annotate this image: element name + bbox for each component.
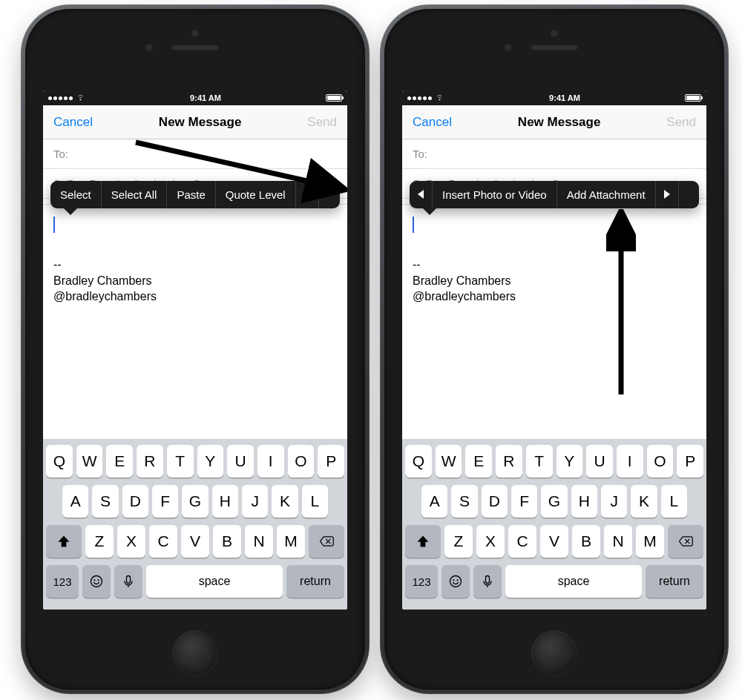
letter-key[interactable]: M — [277, 525, 305, 558]
svg-point-3 — [97, 579, 99, 581]
letter-key[interactable]: L — [302, 485, 328, 518]
letter-key[interactable]: R — [137, 445, 163, 478]
letter-key[interactable]: F — [511, 485, 537, 518]
letter-key[interactable]: M — [636, 525, 664, 558]
send-button[interactable]: Send — [307, 115, 337, 130]
emoji-key[interactable] — [441, 565, 470, 598]
status-bar: 9:41 AM — [402, 90, 706, 105]
letter-key[interactable]: D — [122, 485, 148, 518]
menu-insert-photo-video[interactable]: Insert Photo or Video — [433, 181, 557, 208]
letter-key[interactable]: O — [647, 445, 674, 478]
menu-select-all[interactable]: Select All — [102, 181, 168, 208]
letter-key[interactable]: I — [617, 445, 643, 478]
menu-select[interactable]: Select — [50, 181, 102, 208]
letter-key[interactable]: Q — [46, 445, 73, 478]
menu-paste[interactable]: Paste — [167, 181, 215, 208]
letter-key[interactable]: H — [212, 485, 238, 518]
letter-key[interactable]: T — [526, 445, 553, 478]
wifi-icon — [435, 93, 444, 102]
letter-key[interactable]: W — [76, 445, 103, 478]
callout-tail — [64, 208, 77, 215]
letter-key[interactable]: Y — [556, 445, 583, 478]
letter-key[interactable]: S — [451, 485, 477, 518]
letter-key[interactable]: Y — [197, 445, 224, 478]
return-key[interactable]: return — [646, 565, 703, 598]
letter-key[interactable]: F — [152, 485, 178, 518]
home-button[interactable] — [531, 630, 577, 676]
letter-key[interactable]: Z — [85, 525, 114, 558]
menu-add-attachment[interactable]: Add Attachment — [557, 181, 656, 208]
chevron-left-icon — [417, 188, 424, 201]
letter-key[interactable]: X — [476, 525, 505, 558]
nav-header: Cancel New Message Send — [402, 105, 706, 139]
letter-key[interactable]: C — [149, 525, 177, 558]
dictation-key[interactable] — [114, 565, 142, 598]
signature-line1: Bradley Chambers — [413, 273, 696, 289]
letter-key[interactable]: V — [540, 525, 568, 558]
numbers-key[interactable]: 123 — [405, 565, 438, 598]
letter-key[interactable]: C — [508, 525, 536, 558]
backspace-key[interactable] — [668, 525, 703, 558]
battery-icon — [326, 94, 342, 102]
letter-key[interactable]: E — [106, 445, 133, 478]
space-key[interactable]: space — [146, 565, 283, 598]
dictation-key[interactable] — [473, 565, 502, 598]
letter-key[interactable]: O — [288, 445, 315, 478]
letter-key[interactable]: N — [604, 525, 632, 558]
shift-key[interactable] — [46, 525, 82, 558]
message-body[interactable]: -- Bradley Chambers @bradleychambers — [43, 205, 347, 427]
letter-key[interactable]: K — [272, 485, 298, 518]
letter-key[interactable]: P — [677, 445, 703, 478]
letter-key[interactable]: P — [318, 445, 344, 478]
cancel-button[interactable]: Cancel — [53, 115, 93, 130]
emoji-key[interactable] — [82, 565, 111, 598]
letter-key[interactable]: H — [571, 485, 597, 518]
wifi-icon — [76, 93, 85, 102]
letter-key[interactable]: J — [601, 485, 627, 518]
to-field[interactable]: To: — [43, 139, 347, 169]
space-key[interactable]: space — [505, 565, 642, 598]
home-button[interactable] — [172, 630, 218, 676]
return-key[interactable]: return — [286, 565, 344, 598]
letter-key[interactable]: L — [661, 485, 687, 518]
menu-quote-level[interactable]: Quote Level — [216, 181, 296, 208]
letter-key[interactable]: A — [421, 485, 447, 518]
letter-key[interactable]: R — [496, 445, 522, 478]
text-cursor — [53, 217, 55, 233]
letter-key[interactable]: Q — [405, 445, 432, 478]
front-camera — [145, 43, 154, 52]
numbers-key[interactable]: 123 — [46, 565, 79, 598]
letter-key[interactable]: Z — [444, 525, 473, 558]
send-button[interactable]: Send — [666, 115, 696, 130]
letter-key[interactable]: B — [213, 525, 241, 558]
menu-prev-page-button[interactable] — [410, 181, 433, 208]
letter-key[interactable]: E — [465, 445, 492, 478]
message-body[interactable]: -- Bradley Chambers @bradleychambers — [402, 205, 706, 427]
letter-key[interactable]: W — [436, 445, 462, 478]
letter-key[interactable]: G — [182, 485, 208, 518]
cancel-button[interactable]: Cancel — [413, 115, 452, 130]
letter-key[interactable]: U — [227, 445, 254, 478]
proximity-sensor — [551, 30, 558, 37]
letter-key[interactable]: D — [482, 485, 508, 518]
letter-key[interactable]: G — [541, 485, 567, 518]
shift-key[interactable] — [405, 525, 441, 558]
letter-key[interactable]: J — [242, 485, 268, 518]
letter-key[interactable]: K — [631, 485, 657, 518]
menu-next-page-button[interactable] — [296, 181, 319, 208]
menu-next-page-button[interactable] — [656, 181, 679, 208]
letter-key[interactable]: A — [62, 485, 88, 518]
letter-key[interactable]: V — [181, 525, 209, 558]
letter-key[interactable]: B — [572, 525, 600, 558]
letter-key[interactable]: X — [117, 525, 145, 558]
letter-key[interactable]: U — [586, 445, 613, 478]
to-field[interactable]: To: — [402, 139, 706, 169]
backspace-key[interactable] — [309, 525, 344, 558]
letter-key[interactable]: T — [167, 445, 194, 478]
svg-point-2 — [93, 579, 95, 581]
letter-key[interactable]: I — [257, 445, 284, 478]
letter-key[interactable]: N — [245, 525, 273, 558]
proximity-sensor — [191, 30, 199, 37]
letter-key[interactable]: S — [92, 485, 118, 518]
edit-menu: Select Select All Paste Quote Level — [50, 181, 340, 208]
